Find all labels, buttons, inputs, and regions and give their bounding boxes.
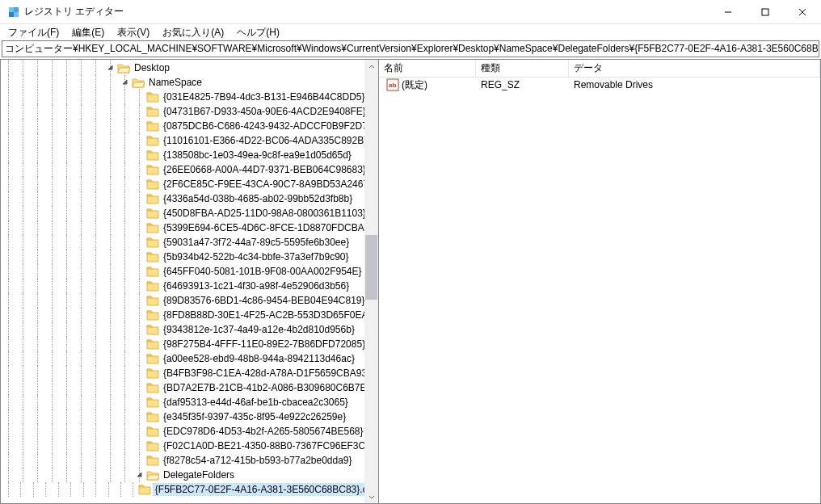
folder-closed-icon [146,236,159,249]
tree-item-label: {98F275B4-4FFF-11E0-89E2-7B86DFD72085} [162,338,367,350]
tree-item-label: {8FD8B88D-30E1-4F25-AC2B-553D3D65F0EA} [162,309,373,321]
folder-closed-icon [146,105,159,118]
tree-scrollbar[interactable] [364,60,378,503]
tree-item[interactable]: {F02C1A0D-BE21-4350-88B0-7367FC96EF3C} [1,439,378,453]
tree-item-label: {e345f35f-9397-435c-8f95-4e922c26259e} [162,411,347,422]
folder-closed-icon [146,134,159,147]
folder-closed-icon [146,338,159,351]
chevron-down-icon[interactable] [107,64,115,72]
maximize-button[interactable] [747,0,784,23]
tree-item[interactable]: {a00ee528-ebd9-48b8-944a-8942113d46ac} [1,351,378,366]
tree-item[interactable]: {daf95313-e44d-46af-be1b-cbacea2c3065} [1,395,378,410]
svg-rect-6 [762,9,768,15]
tree-item-label: {EDC978D6-4D53-4b2f-A265-5805674BE568} [162,426,365,437]
tree-item[interactable]: {0875DCB6-C686-4243-9432-ADCCF0B9F2D7} [1,119,378,133]
tree-item-label: {89D83576-6BD1-4c86-9454-BEB04E94C819} [162,295,367,306]
regsz-icon [386,78,399,91]
tree-item-label: {645FF040-5081-101B-9F08-00AA002F954E} [162,266,364,277]
tree-item[interactable]: {e345f35f-9397-435c-8f95-4e922c26259e} [1,410,378,424]
menu-view[interactable]: 表示(V) [111,25,156,40]
tree-item-namespace[interactable]: NameSpace [1,75,378,90]
tree-item-label: {9343812e-1c37-4a49-a12e-4b2d810d956b} [162,324,356,335]
menu-file[interactable]: ファイル(F) [2,25,65,40]
tree-item[interactable]: {450D8FBA-AD25-11D0-98A8-0800361B1103} [1,206,378,220]
folder-closed-icon [146,410,159,423]
tree-item[interactable]: {4336a54d-038b-4685-ab02-99bb52d3fb8b} [1,191,378,206]
tree-item[interactable]: {5b934b42-522b-4c34-bbfe-37a3ef7b9c90} [1,250,378,264]
folder-closed-icon [146,120,159,132]
scroll-thumb[interactable] [365,235,377,300]
tree-item-label: {5b934b42-522b-4c34-bbfe-37a3ef7b9c90} [162,251,351,262]
tree-item[interactable]: {26EE0668-A00A-44D7-9371-BEB064C98683} [1,162,378,177]
tree-item-delegatefolders[interactable]: DelegateFolders [1,468,378,482]
tree-item[interactable]: {59031a47-3f72-44a7-89c5-5595fe6b30ee} [1,235,378,250]
tree-item-label: {F5FB2C77-0E2F-4A16-A381-3E560C68BC83}.o… [154,484,378,495]
folder-closed-icon [146,381,159,394]
scroll-up-icon[interactable] [364,60,378,74]
tree-item-desktop[interactable]: Desktop [1,61,378,75]
value-data: Removable Drives [569,79,820,90]
tree-item[interactable]: {04731B67-D933-450a-90E6-4ACD2E9408FE} [1,104,378,119]
chevron-down-icon[interactable] [136,471,144,479]
chevron-down-icon[interactable] [121,78,129,86]
tree-item-label: {B4FB3F98-C1EA-428d-A78A-D1F5659CBA93} [162,368,372,379]
tree-item[interactable]: {f8278c54-a712-415b-b593-b77a2be0dda9} [1,453,378,468]
tree-item-label: {4336a54d-038b-4685-ab02-99bb52d3fb8b} [162,193,354,204]
list-header-type[interactable]: 種類 [476,60,569,77]
list-header-name[interactable]: 名前 [379,60,476,77]
address-bar[interactable]: コンピューター¥HKEY_LOCAL_MACHINE¥SOFTWARE¥Micr… [2,40,819,57]
tree-item[interactable]: {BD7A2E7B-21CB-41b2-A086-B309680C6B7E} [1,380,378,395]
folder-closed-icon [146,192,159,205]
list-header-data[interactable]: データ [569,60,820,77]
address-text: コンピューター¥HKEY_LOCAL_MACHINE¥SOFTWARE¥Micr… [5,42,819,56]
folder-closed-icon [146,90,159,103]
tree-item-label: {450D8FBA-AD25-11D0-98A8-0800361B1103} [162,208,368,219]
folder-open-icon [146,468,159,481]
folder-closed-icon [146,352,159,365]
folder-closed-icon [146,221,159,234]
tree-item[interactable]: {EDC978D6-4D53-4b2f-A265-5805674BE568} [1,424,378,439]
window-title: レジストリ エディター [24,5,709,19]
folder-closed-icon [146,454,159,467]
tree-item-label: {64693913-1c21-4f30-a98f-4e52906d3b56} [162,280,351,292]
folder-closed-icon [146,323,159,336]
tree-item-label: {031E4825-7B94-4dc3-B131-E946B44C8DD5} [162,91,367,103]
tree-item-label: {04731B67-D933-450a-90E6-4ACD2E9408FE} [162,106,368,117]
tree-item[interactable]: {98F275B4-4FFF-11E0-89E2-7B86DFD72085} [1,337,378,351]
tree-item-label: {a00ee528-ebd9-48b8-944a-8942113d46ac} [162,353,356,364]
tree-item[interactable]: {89D83576-6BD1-4c86-9454-BEB04E94C819} [1,293,378,308]
tree-item[interactable]: {645FF040-5081-101B-9F08-00AA002F954E} [1,264,378,279]
tree-item-label: {0875DCB6-C686-4243-9432-ADCCF0B9F2D7} [162,120,373,132]
tree-item-label: {26EE0668-A00A-44D7-9371-BEB064C98683} [162,164,368,175]
tree-item-label: {5399E694-6CE5-4D6C-8FCE-1D8870FDCBA0} [162,222,374,233]
close-button[interactable] [784,0,821,23]
scroll-down-icon[interactable] [364,489,378,503]
folder-closed-icon [146,309,159,321]
minimize-button[interactable] [709,0,747,23]
tree-item-selected[interactable]: {F5FB2C77-0E2F-4A16-A381-3E560C68BC83}.o… [1,482,378,497]
menu-favorites[interactable]: お気に入り(A) [156,25,230,40]
folder-closed-icon [146,178,159,191]
tree-item[interactable]: {11016101-E366-4D22-BC06-4ADA335C892B} [1,133,378,148]
folder-closed-icon [146,439,159,452]
list-row[interactable]: (既定)REG_SZRemovable Drives [379,78,820,92]
menu-help[interactable]: ヘルプ(H) [230,25,286,40]
tree-pane: DesktopNameSpace{031E4825-7B94-4dc3-B131… [0,59,379,504]
tree-item[interactable]: {138508bc-1e03-49ea-9c8f-ea9e1d05d65d} [1,148,378,162]
tree-item-label: {138508bc-1e03-49ea-9c8f-ea9e1d05d65d} [162,149,353,161]
folder-closed-icon [146,367,159,380]
value-type: REG_SZ [476,79,569,90]
tree-item[interactable]: {5399E694-6CE5-4D6C-8FCE-1D8870FDCBA0} [1,220,378,235]
folder-closed-icon [146,250,159,263]
tree-item[interactable]: {64693913-1c21-4f30-a98f-4e52906d3b56} [1,279,378,293]
regedit-icon [7,6,20,19]
tree-item-label: DelegateFolders [162,469,236,481]
menu-edit[interactable]: 編集(E) [65,25,111,40]
tree-item[interactable]: {8FD8B88D-30E1-4F25-AC2B-553D3D65F0EA} [1,308,378,322]
tree-item[interactable]: {9343812e-1c37-4a49-a12e-4b2d810d956b} [1,322,378,337]
tree-item[interactable]: {031E4825-7B94-4dc3-B131-E946B44C8DD5} [1,90,378,104]
menubar: ファイル(F) 編集(E) 表示(V) お気に入り(A) ヘルプ(H) [0,24,821,40]
tree-item[interactable]: {B4FB3F98-C1EA-428d-A78A-D1F5659CBA93} [1,366,378,380]
tree-item[interactable]: {2F6CE85C-F9EE-43CA-90C7-8A9BD53A2467} [1,177,378,191]
folder-closed-icon [146,207,159,220]
